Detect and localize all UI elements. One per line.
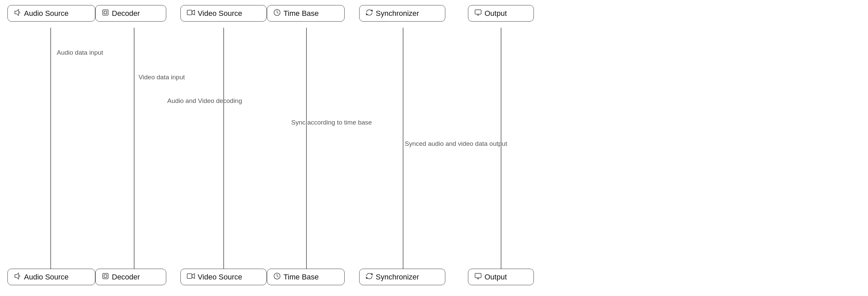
svg-rect-14 [103, 273, 108, 279]
svg-rect-2 [104, 11, 107, 14]
time-base-top-label: Time Base [283, 9, 319, 18]
synchronizer-bottom-label: Synchronizer [376, 273, 419, 281]
video-source-top-icon [187, 9, 195, 18]
sync-time-base-label: Sync according to time base [291, 119, 372, 126]
decoder-top-label: Decoder [112, 9, 140, 18]
decoder-bottom-icon [102, 272, 109, 281]
audio-video-decoding-label: Audio and Video decoding [167, 97, 242, 105]
time-base-bottom-label: Time Base [283, 273, 319, 281]
time-base-bottom-node[interactable]: Time Base [267, 269, 345, 285]
decoder-bottom-node[interactable]: Decoder [95, 269, 166, 285]
video-source-top-label: Video Source [198, 9, 242, 18]
audio-source-top-icon [14, 9, 21, 18]
svg-rect-3 [187, 10, 192, 15]
synchronizer-bottom-node[interactable]: Synchronizer [359, 269, 445, 285]
time-base-top-node[interactable]: Time Base [267, 5, 345, 22]
synchronizer-top-icon [366, 9, 373, 18]
output-bottom-icon [474, 272, 482, 281]
svg-rect-16 [187, 274, 192, 278]
time-base-bottom-icon [273, 272, 281, 281]
output-top-label: Output [485, 9, 507, 18]
audio-source-bottom-label: Audio Source [24, 273, 69, 281]
decoder-top-icon [102, 9, 109, 18]
audio-source-bottom-icon [14, 272, 21, 281]
decoder-top-node[interactable]: Decoder [95, 5, 166, 22]
output-top-icon [474, 9, 482, 18]
svg-line-7 [277, 12, 278, 14]
output-top-node[interactable]: Output [468, 5, 534, 22]
svg-marker-17 [192, 274, 195, 278]
output-bottom-node[interactable]: Output [468, 269, 534, 285]
svg-rect-1 [103, 10, 108, 15]
synchronizer-top-node[interactable]: Synchronizer [359, 5, 445, 22]
synchronizer-top-label: Synchronizer [376, 9, 419, 18]
svg-line-20 [277, 276, 278, 277]
synchronizer-bottom-icon [366, 272, 373, 281]
svg-marker-0 [15, 9, 19, 16]
output-bottom-label: Output [485, 273, 507, 281]
connection-lines [0, 0, 868, 296]
svg-marker-4 [192, 10, 195, 15]
decoder-bottom-label: Decoder [112, 273, 140, 281]
video-data-input-label: Video data input [139, 74, 185, 81]
diagram: Audio Source Decoder Video Source [0, 0, 868, 296]
synced-output-label: Synced audio and video data output [405, 140, 507, 147]
svg-marker-13 [15, 273, 19, 279]
audio-source-top-label: Audio Source [24, 9, 69, 18]
video-source-top-node[interactable]: Video Source [180, 5, 267, 22]
svg-rect-23 [475, 273, 481, 278]
audio-data-input-label: Audio data input [57, 49, 103, 56]
time-base-top-icon [273, 9, 281, 18]
video-source-bottom-icon [187, 272, 195, 281]
video-source-bottom-node[interactable]: Video Source [180, 269, 267, 285]
svg-rect-15 [104, 275, 107, 277]
audio-source-bottom-node[interactable]: Audio Source [7, 269, 95, 285]
svg-rect-10 [475, 10, 481, 14]
audio-source-top-node[interactable]: Audio Source [7, 5, 95, 22]
video-source-bottom-label: Video Source [198, 273, 242, 281]
